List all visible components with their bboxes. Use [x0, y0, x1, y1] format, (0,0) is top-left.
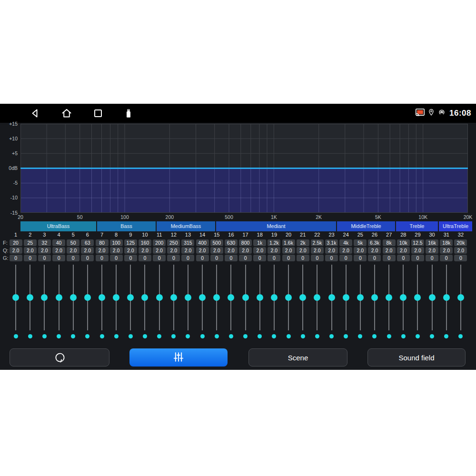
band-q-value[interactable]: 2.0: [297, 247, 309, 254]
band-gain-value[interactable]: 0: [67, 255, 79, 261]
slider-thumb[interactable]: [41, 294, 48, 301]
band-q-value[interactable]: 2.0: [368, 247, 381, 254]
gain-slider-band-15[interactable]: [209, 265, 224, 330]
band-gain-value[interactable]: 0: [96, 255, 109, 261]
band-q-value[interactable]: 2.0: [24, 247, 37, 254]
band-freq-value[interactable]: 18k: [440, 239, 453, 246]
slider-thumb[interactable]: [285, 294, 292, 301]
band-q-value[interactable]: 2.0: [454, 247, 467, 254]
band-q-value[interactable]: 2.0: [253, 247, 266, 254]
band-q-value[interactable]: 2.0: [67, 247, 79, 254]
gain-slider-band-11[interactable]: [152, 265, 167, 330]
gain-slider-band-25[interactable]: [353, 265, 367, 330]
band-gain-value[interactable]: 0: [311, 255, 324, 261]
band-gain-value[interactable]: 0: [368, 255, 381, 261]
gain-slider-band-5[interactable]: [66, 265, 80, 330]
band-q-value[interactable]: 2.0: [397, 247, 410, 254]
slider-thumb[interactable]: [414, 294, 421, 301]
band-gain-value[interactable]: 0: [38, 255, 51, 261]
band-gain-value[interactable]: 0: [139, 255, 151, 261]
band-gain-value[interactable]: 0: [325, 255, 338, 261]
band-q-value[interactable]: 2.0: [38, 247, 51, 254]
gain-slider-band-9[interactable]: [123, 265, 138, 330]
band-q-value[interactable]: 2.0: [196, 247, 209, 254]
band-q-value[interactable]: 2.0: [139, 247, 151, 254]
gain-slider-band-10[interactable]: [138, 265, 152, 330]
slider-thumb[interactable]: [170, 294, 177, 301]
band-gain-value[interactable]: 0: [10, 255, 22, 261]
band-freq-value[interactable]: 63: [81, 239, 94, 246]
band-freq-value[interactable]: 3.1k: [325, 239, 338, 246]
band-gain-value[interactable]: 0: [440, 255, 453, 261]
band-q-value[interactable]: 2.0: [124, 247, 137, 254]
slider-thumb[interactable]: [70, 294, 77, 301]
band-freq-value[interactable]: 250: [167, 239, 180, 246]
band-q-value[interactable]: 2.0: [239, 247, 252, 254]
band-freq-value[interactable]: 10k: [397, 239, 410, 246]
band-freq-value[interactable]: 8k: [383, 239, 396, 246]
gain-slider-band-19[interactable]: [267, 265, 281, 330]
band-freq-value[interactable]: 4k: [339, 239, 352, 246]
band-freq-value[interactable]: 500: [210, 239, 223, 246]
gain-slider-band-6[interactable]: [80, 265, 95, 330]
scene-button[interactable]: Scene: [248, 348, 347, 367]
band-gain-value[interactable]: 0: [153, 255, 166, 261]
band-gain-value[interactable]: 0: [167, 255, 180, 261]
slider-thumb[interactable]: [113, 294, 119, 301]
equalizer-button[interactable]: [129, 348, 228, 367]
band-q-value[interactable]: 2.0: [167, 247, 180, 254]
band-freq-value[interactable]: 12.5: [411, 239, 424, 246]
band-gain-value[interactable]: 0: [411, 255, 424, 261]
gain-slider-band-23[interactable]: [324, 265, 338, 330]
slider-thumb[interactable]: [357, 294, 364, 301]
slider-thumb[interactable]: [56, 294, 62, 301]
band-gain-value[interactable]: 0: [52, 255, 65, 261]
band-q-value[interactable]: 2.0: [440, 247, 453, 254]
gain-slider-band-1[interactable]: [9, 265, 23, 330]
slider-thumb[interactable]: [185, 294, 191, 301]
band-q-value[interactable]: 2.0: [383, 247, 396, 254]
band-gain-value[interactable]: 0: [239, 255, 252, 261]
band-freq-value[interactable]: 1.6k: [282, 239, 295, 246]
gain-slider-band-31[interactable]: [439, 265, 454, 330]
band-q-value[interactable]: 2.0: [110, 247, 123, 254]
slider-thumb[interactable]: [99, 294, 105, 301]
band-q-value[interactable]: 2.0: [153, 247, 166, 254]
gain-slider-band-8[interactable]: [109, 265, 123, 330]
band-freq-value[interactable]: 16k: [426, 239, 438, 246]
slider-thumb[interactable]: [386, 294, 392, 301]
band-gain-value[interactable]: 0: [124, 255, 137, 261]
band-freq-value[interactable]: 315: [181, 239, 194, 246]
slider-thumb[interactable]: [371, 294, 378, 301]
band-q-value[interactable]: 2.0: [225, 247, 238, 254]
band-freq-value[interactable]: 2.5k: [311, 239, 324, 246]
band-freq-value[interactable]: 2k: [297, 239, 309, 246]
band-gain-value[interactable]: 0: [383, 255, 396, 261]
band-freq-value[interactable]: 20: [10, 239, 22, 246]
band-freq-value[interactable]: 200: [153, 239, 166, 246]
band-q-value[interactable]: 2.0: [325, 247, 338, 254]
gain-slider-band-14[interactable]: [195, 265, 209, 330]
gain-slider-band-17[interactable]: [238, 265, 253, 330]
band-gain-value[interactable]: 0: [253, 255, 266, 261]
band-q-value[interactable]: 2.0: [339, 247, 352, 254]
band-q-value[interactable]: 2.0: [181, 247, 194, 254]
band-q-value[interactable]: 2.0: [426, 247, 438, 254]
gain-slider-band-16[interactable]: [224, 265, 238, 330]
band-q-value[interactable]: 2.0: [81, 247, 94, 254]
gain-slider-band-29[interactable]: [410, 265, 425, 330]
slider-thumb[interactable]: [12, 294, 19, 301]
gain-slider-band-7[interactable]: [95, 265, 109, 330]
slider-thumb[interactable]: [443, 294, 450, 301]
band-freq-value[interactable]: 1.2k: [268, 239, 280, 246]
recents-icon[interactable]: [92, 108, 104, 119]
band-q-value[interactable]: 2.0: [52, 247, 65, 254]
gain-slider-band-13[interactable]: [181, 265, 195, 330]
gain-slider-band-24[interactable]: [339, 265, 353, 330]
slider-thumb[interactable]: [127, 294, 134, 301]
band-freq-value[interactable]: 5k: [354, 239, 367, 246]
band-freq-value[interactable]: 40: [52, 239, 65, 246]
band-gain-value[interactable]: 0: [24, 255, 37, 261]
gain-slider-band-27[interactable]: [382, 265, 396, 330]
slider-thumb[interactable]: [27, 294, 33, 301]
